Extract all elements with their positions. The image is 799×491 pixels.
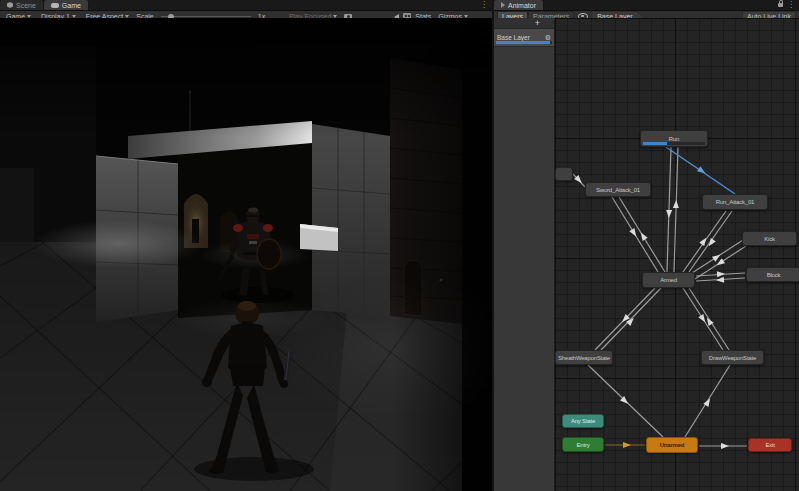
lock-icon[interactable] [778, 3, 783, 7]
layer-item-base-layer[interactable]: Base Layer ⚙ [494, 29, 554, 47]
layer-name: Base Layer [497, 34, 530, 41]
transition[interactable] [595, 288, 655, 350]
animator-icon [501, 2, 505, 8]
enemy-shield [257, 239, 281, 269]
transition[interactable] [689, 211, 732, 272]
state-label: SheathWeaponState [558, 355, 610, 361]
animator-body: + Base Layer ⚙ [494, 18, 799, 491]
unity-editor: Scene Game ⋮ Game Display 1 Free Aspect … [0, 0, 799, 491]
transition[interactable] [685, 365, 730, 437]
transition[interactable] [666, 147, 672, 272]
exit-node[interactable]: Exit [748, 438, 792, 452]
scale-slider[interactable] [161, 16, 251, 17]
transition[interactable] [689, 288, 729, 350]
entry-node[interactable]: Entry [562, 437, 604, 452]
transition[interactable] [619, 197, 665, 272]
state-label: Armed [660, 277, 677, 283]
tab-scene[interactable]: Scene [0, 0, 44, 10]
transition[interactable] [612, 197, 658, 272]
default-state-node-unarmed[interactable]: Unarmed [646, 437, 698, 453]
state-node-draw-weapon[interactable]: DrawWeaponState [701, 350, 764, 365]
state-label: Block [767, 272, 781, 278]
tab-scene-label: Scene [16, 2, 36, 9]
game-viewport[interactable] [0, 18, 492, 491]
any-state-node[interactable]: Any State [562, 414, 604, 428]
animator-panel: Animator ⋮ Layers Parameters Base Layer … [492, 0, 799, 491]
state-label: Unarmed [660, 442, 685, 448]
state-node-clipped[interactable] [555, 167, 573, 181]
gear-icon[interactable]: ⚙ [545, 34, 551, 41]
scene-icon [7, 2, 13, 8]
state-node-kick[interactable]: Kick [742, 231, 797, 246]
transition[interactable] [696, 277, 745, 284]
state-label: DrawWeaponState [709, 355, 756, 361]
transition-entry[interactable] [605, 442, 645, 448]
state-label: Entry [576, 442, 589, 448]
transition[interactable] [699, 443, 747, 449]
state-node-armed[interactable]: Armed [642, 272, 695, 288]
animator-graph[interactable]: Sword_Attack_01 Run Run_Attack_01 Kick B… [555, 18, 799, 491]
tab-game-label: Game [62, 2, 81, 9]
transition[interactable] [573, 174, 585, 187]
gamepad-icon [51, 3, 59, 8]
state-node-sheath-weapon[interactable]: SheathWeaponState [555, 350, 613, 365]
tab-animator[interactable]: Animator [494, 0, 544, 10]
state-node-block[interactable]: Block [746, 267, 799, 282]
transition[interactable] [673, 147, 679, 272]
state-label: Kick [764, 236, 775, 242]
layers-sidebar: + Base Layer ⚙ [494, 18, 555, 491]
add-layer-button[interactable]: + [535, 19, 540, 27]
state-node-run-attack[interactable]: Run_Attack_01 [702, 194, 768, 210]
game-panel-menu-icon[interactable]: ⋮ [480, 1, 488, 10]
state-label: Run [669, 136, 679, 142]
animator-tab-bar: Animator ⋮ [494, 0, 799, 11]
transition[interactable] [601, 288, 661, 350]
state-label: Any State [571, 418, 595, 424]
state-label: Sword_Attack_01 [596, 187, 640, 193]
state-label: Exit [765, 442, 774, 448]
game-panel: Scene Game ⋮ Game Display 1 Free Aspect … [0, 0, 492, 491]
animator-menu-icon[interactable]: ⋮ [787, 1, 795, 10]
add-layer-row: + [494, 18, 554, 29]
state-label: Run_Attack_01 [716, 199, 754, 205]
tab-animator-label: Animator [508, 2, 536, 9]
game-panel-tab-bar: Scene Game ⋮ [0, 0, 492, 11]
enemy-shadow [222, 287, 294, 303]
state-progress-bar [643, 142, 705, 145]
layer-progress-bar [496, 41, 552, 44]
state-node-sword-attack[interactable]: Sword_Attack_01 [585, 182, 651, 197]
game-scene-render [0, 18, 492, 491]
tab-game[interactable]: Game [44, 0, 89, 10]
state-node-run[interactable]: Run [640, 130, 708, 147]
transition[interactable] [683, 288, 723, 350]
